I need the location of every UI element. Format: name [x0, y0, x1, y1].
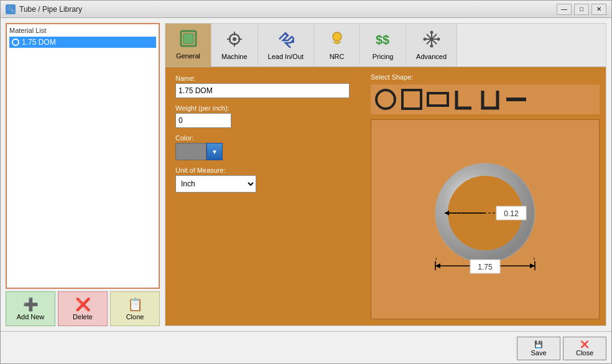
tab-nrc-label: NRC [330, 53, 345, 60]
svg-point-19 [437, 37, 440, 40]
pricing-icon: $$ [374, 30, 392, 52]
name-field-group: Name: [175, 75, 355, 98]
svg-marker-32 [435, 263, 440, 268]
delete-icon: ❌ [75, 297, 91, 312]
maximize-button[interactable]: □ [574, 4, 589, 15]
shape-flat-option[interactable] [505, 88, 527, 111]
window-icon: 🔧 [6, 4, 16, 14]
close-label: Close [576, 349, 593, 357]
general-icon [180, 30, 197, 51]
list-item-label: 1.75 DOM [22, 38, 56, 47]
close-icon: ❌ [580, 340, 589, 348]
add-icon: ➕ [23, 297, 39, 312]
tab-lead-in-out[interactable]: Lead In/Out [258, 24, 315, 66]
list-item[interactable]: 1.75 DOM [9, 37, 156, 48]
shape-square-option[interactable] [401, 88, 423, 111]
tab-pricing-label: Pricing [373, 53, 394, 60]
left-panel: Material List 1.75 DOM ➕ Add New ❌ Delet… [6, 23, 160, 326]
clone-label: Clone [126, 313, 144, 321]
tab-machine[interactable]: Machine [211, 24, 258, 66]
minimize-button[interactable]: — [557, 4, 572, 15]
svg-point-18 [423, 37, 426, 40]
tab-pricing[interactable]: $$ Pricing [360, 24, 406, 66]
shape-rect-option[interactable] [427, 88, 449, 111]
machine-icon [226, 30, 243, 52]
add-new-label: Add New [17, 313, 45, 321]
material-list-container: Material List 1.75 DOM [6, 23, 160, 289]
tab-general[interactable]: General [165, 24, 211, 66]
main-content: Material List 1.75 DOM ➕ Add New ❌ Delet… [1, 18, 611, 331]
shape-l-option[interactable] [453, 88, 475, 111]
color-field-group: Color: ▼ [175, 134, 355, 160]
color-select: ▼ [175, 143, 355, 160]
shape-u-option[interactable] [479, 88, 501, 111]
tab-general-label: General [176, 52, 200, 60]
delete-button[interactable]: ❌ Delete [58, 291, 108, 326]
svg-rect-22 [428, 93, 448, 106]
clone-button[interactable]: 📋 Clone [110, 291, 160, 326]
tab-lead-label: Lead In/Out [268, 53, 304, 60]
svg-text:1.75: 1.75 [478, 263, 493, 271]
right-panel: General Machine [165, 23, 606, 326]
svg-line-36 [435, 257, 437, 263]
shape-preview-area: 0.12 [371, 119, 600, 319]
add-new-button[interactable]: ➕ Add New [6, 291, 55, 326]
window-close-button[interactable]: ✕ [591, 4, 606, 15]
material-list-label: Material List [9, 27, 156, 34]
color-swatch [175, 143, 206, 160]
nrc-icon [328, 30, 346, 52]
clone-icon: 📋 [128, 297, 143, 312]
save-label: Save [531, 349, 546, 357]
svg-text:0.12: 0.12 [504, 209, 519, 218]
close-button[interactable]: ❌ Close [563, 337, 606, 360]
svg-point-20 [376, 90, 395, 109]
window-title: Tube / Pipe Library [19, 5, 82, 14]
bottom-buttons: ➕ Add New ❌ Delete 📋 Clone [6, 291, 160, 326]
toolbar: General Machine [165, 24, 606, 67]
save-icon: 💾 [534, 340, 543, 348]
shape-picker [371, 84, 600, 114]
tab-machine-label: Machine [221, 53, 248, 60]
measure-field-group: Unit of Measure: Inch MM [175, 166, 355, 193]
content-area: Name: Weight (per inch): Color: ▼ [165, 67, 606, 325]
tab-nrc[interactable]: NRC [314, 24, 360, 66]
select-shape-label: Select Shape: [371, 73, 600, 81]
measure-label: Unit of Measure: [175, 166, 355, 174]
svg-point-10 [333, 32, 341, 41]
title-bar-left: 🔧 Tube / Pipe Library [6, 4, 82, 14]
tab-advanced-label: Advanced [416, 53, 447, 60]
svg-line-37 [534, 257, 535, 263]
svg-point-16 [430, 30, 433, 34]
svg-point-3 [233, 37, 236, 41]
name-label: Name: [175, 75, 355, 82]
shape-circle-option[interactable] [374, 88, 397, 111]
title-bar: 🔧 Tube / Pipe Library — □ ✕ [1, 1, 611, 18]
delete-label: Delete [73, 313, 93, 321]
save-button[interactable]: 💾 Save [517, 337, 560, 360]
footer: 💾 Save ❌ Close [1, 331, 611, 363]
svg-point-17 [430, 44, 433, 47]
main-window: 🔧 Tube / Pipe Library — □ ✕ Material Lis… [0, 0, 612, 364]
color-dropdown-button[interactable]: ▼ [206, 143, 223, 160]
svg-marker-33 [530, 263, 535, 268]
shape-section: Select Shape: [364, 67, 606, 325]
color-label: Color: [175, 134, 355, 142]
svg-text:$$: $$ [376, 33, 389, 47]
weight-input[interactable] [175, 113, 231, 128]
shape-diagram: 0.12 [404, 148, 566, 291]
form-section: Name: Weight (per inch): Color: ▼ [165, 67, 364, 325]
window-controls: — □ ✕ [557, 4, 606, 15]
advanced-icon [423, 30, 440, 52]
lead-in-out-icon [277, 30, 294, 52]
circle-icon [12, 39, 19, 46]
measure-select[interactable]: Inch MM [175, 175, 256, 193]
name-input[interactable] [175, 83, 350, 98]
svg-rect-21 [402, 90, 421, 109]
weight-field-group: Weight (per inch): [175, 104, 355, 128]
weight-label: Weight (per inch): [175, 104, 355, 112]
tab-advanced[interactable]: Advanced [406, 24, 457, 66]
svg-rect-1 [183, 34, 193, 43]
